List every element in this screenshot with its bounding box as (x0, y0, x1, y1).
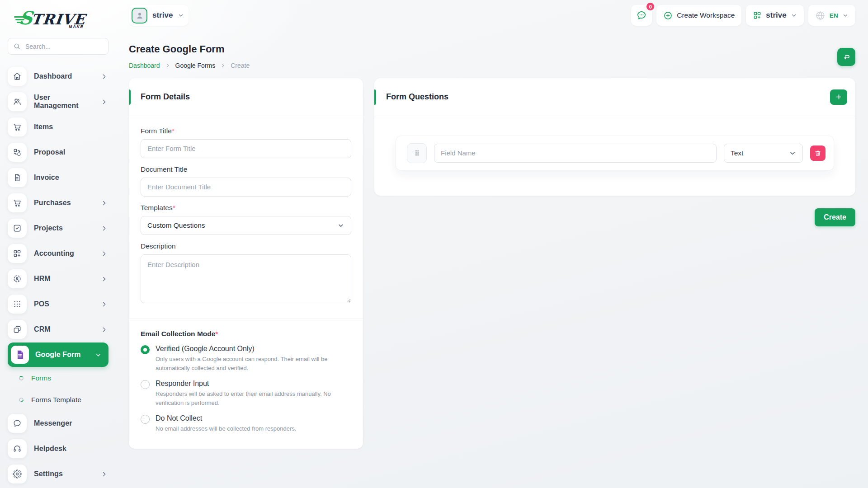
form-questions-header: Form Questions (374, 78, 855, 116)
add-question-button[interactable] (830, 89, 847, 105)
sidebar-nav: Dashboard User Management Items Proposal (8, 64, 108, 487)
card-title: Form Details (141, 92, 190, 102)
overlapping-squares-icon (8, 320, 27, 339)
field-type-select[interactable]: Text (724, 144, 803, 163)
chevron-right-icon (101, 301, 108, 308)
gear-icon (8, 465, 27, 483)
delete-question-button[interactable] (810, 145, 826, 161)
chevron-down-icon (178, 12, 184, 19)
sidebar-item-dashboard[interactable]: Dashboard (8, 64, 108, 89)
card-title: Form Questions (386, 92, 448, 102)
form-title-label: Form Title* (141, 127, 351, 135)
google-form-icon (11, 346, 29, 364)
workspace-selector[interactable]: strive (129, 5, 189, 26)
section-divider (129, 319, 363, 319)
sidebar-item-user-management[interactable]: User Management (8, 89, 108, 114)
description-label: Description (141, 242, 351, 250)
templates-label: Templates* (141, 204, 351, 212)
breadcrumb-google-forms[interactable]: Google Forms (175, 62, 216, 69)
form-details-card: Form Details Form Title* Document Title … (129, 78, 363, 449)
sidebar-subitem-forms[interactable]: Forms (8, 367, 108, 389)
trash-icon (814, 150, 821, 157)
messages-button[interactable]: 0 (631, 5, 652, 26)
radio-selected[interactable] (141, 345, 150, 354)
radio-unselected[interactable] (141, 380, 150, 389)
circle-notch-icon (19, 376, 24, 380)
templates-select[interactable]: Custom Questions (141, 216, 351, 235)
document-title-label: Document Title (141, 165, 351, 174)
notifications-badge: 0 (646, 2, 655, 11)
logo-subtext: MAKE (69, 24, 84, 29)
workspace-switcher[interactable]: strive (746, 5, 803, 26)
description-textarea[interactable] (141, 254, 351, 303)
search-icon (13, 42, 21, 50)
language-selector[interactable]: EN (808, 5, 855, 26)
breadcrumb-create: Create (231, 62, 250, 69)
chevron-right-icon (101, 471, 108, 478)
breadcrumb-dashboard[interactable]: Dashboard (129, 62, 160, 69)
radio-unselected[interactable] (141, 415, 150, 424)
radio-option-do-not-collect[interactable]: Do Not Collect No email addresses will b… (141, 414, 351, 433)
sidebar-item-proposal[interactable]: Proposal (8, 140, 108, 165)
chevron-right-icon (165, 63, 170, 68)
grid-plus-icon (8, 244, 27, 263)
chevron-right-icon (101, 225, 108, 232)
back-button[interactable] (837, 48, 855, 66)
chevron-down-icon (789, 150, 796, 157)
cart-icon (8, 193, 27, 212)
form-title-input[interactable] (141, 139, 351, 158)
headphones-icon (8, 439, 27, 458)
chat-dots-icon (636, 10, 647, 21)
radio-option-verified[interactable]: Verified (Google Account Only) Only user… (141, 345, 351, 373)
email-collection-mode-label: Email Collection Mode* (141, 330, 351, 338)
chevron-right-icon (101, 250, 108, 257)
cart-icon (8, 117, 27, 136)
sidebar-item-items[interactable]: Items (8, 114, 108, 140)
required-marker: * (215, 330, 218, 338)
chevron-right-icon (101, 326, 108, 333)
sidebar-item-helpdesk[interactable]: Helpdesk (8, 436, 108, 461)
form-details-header: Form Details (129, 78, 363, 116)
required-marker: * (173, 204, 175, 211)
chevron-right-icon (101, 276, 108, 282)
plus-circle-icon (663, 11, 673, 20)
form-questions-card: Form Questions (374, 78, 855, 196)
drag-dots-icon (413, 149, 421, 157)
home-icon (8, 67, 27, 86)
sidebar-item-projects[interactable]: Projects (8, 216, 108, 241)
sidebar-search (8, 38, 108, 55)
sidebar-item-purchases[interactable]: Purchases (8, 190, 108, 216)
swap-boxes-icon (8, 143, 27, 162)
question-row: Text (396, 136, 834, 170)
document-title-input[interactable] (141, 178, 351, 197)
sidebar-item-accounting[interactable]: Accounting (8, 241, 108, 266)
field-name-input[interactable] (434, 144, 717, 163)
globe-icon (815, 10, 826, 21)
breadcrumb: Dashboard Google Forms Create (129, 62, 855, 69)
sidebar-item-hrm[interactable]: HRM (8, 266, 108, 291)
return-arrow-icon (842, 52, 851, 61)
drag-handle[interactable] (407, 143, 427, 163)
main-content: Create Google Form Dashboard Google Form… (129, 40, 855, 449)
chevron-down-icon (842, 12, 849, 19)
dots-grid-icon (8, 295, 27, 314)
document-icon (8, 168, 27, 187)
sidebar-item-google-form[interactable]: Google Form (8, 343, 108, 367)
person-dashed-circle-icon (8, 269, 27, 288)
chat-bubble-icon (8, 414, 27, 433)
sidebar-item-crm[interactable]: CRM (8, 317, 108, 342)
page-title: Create Google Form (129, 43, 855, 55)
plus-icon (835, 93, 843, 101)
sidebar-subitem-forms-template[interactable]: Forms Template (8, 389, 108, 411)
create-workspace-button[interactable]: Create Workspace (656, 5, 741, 26)
sidebar-item-messenger[interactable]: Messenger (8, 411, 108, 436)
create-form-button[interactable]: Create (815, 208, 855, 226)
search-input[interactable] (24, 42, 103, 51)
sidebar-item-pos[interactable]: POS (8, 291, 108, 317)
sidebar-item-settings[interactable]: Settings (8, 461, 108, 487)
circle-notch-icon (18, 397, 24, 403)
radio-option-responder-input[interactable]: Responder Input Responders will be asked… (141, 380, 351, 408)
chevron-down-icon (791, 12, 797, 19)
sidebar-item-invoice[interactable]: Invoice (8, 165, 108, 190)
chevron-right-icon (101, 200, 108, 206)
